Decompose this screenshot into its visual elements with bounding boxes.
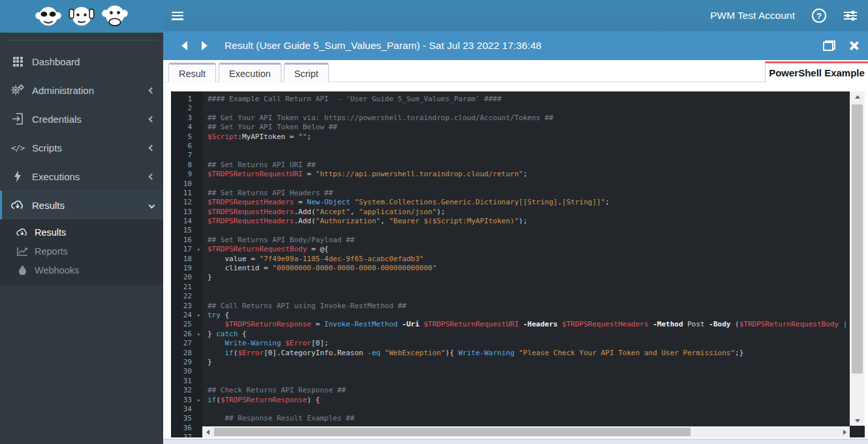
horizontal-scrollbar-thumb[interactable] <box>214 428 690 436</box>
chevron-left-icon <box>149 87 155 93</box>
sidebar-item-label: Scripts <box>32 142 62 153</box>
code-line: $TRDPSReturnResponse = Invoke-RestMethod… <box>208 320 850 329</box>
cloud-download-icon <box>16 228 29 237</box>
code-line <box>208 151 850 160</box>
bolt-icon <box>10 170 25 182</box>
code-editor[interactable]: 1234567891011121314151617▾18192021222324… <box>171 91 850 437</box>
monkey-speak-no-evil-icon <box>101 5 129 28</box>
vertical-scrollbar[interactable] <box>850 91 865 437</box>
scroll-right-arrow-icon[interactable] <box>839 426 850 437</box>
code-line: Write-Warning $Error[0]; <box>208 339 850 348</box>
sliders-settings-icon[interactable] <box>843 10 858 22</box>
scrollbar-corner <box>850 426 865 437</box>
sidebar-menu: Dashboard Administration Credentials <box>0 47 163 285</box>
code-line: ## Get Your API Token via: https://power… <box>208 114 850 123</box>
code-fold-icon[interactable]: ▾ <box>197 311 200 320</box>
sidebar-item-scripts[interactable]: </> Scripts <box>0 133 163 162</box>
sidebar-item-administration[interactable]: Administration <box>0 76 163 104</box>
code-line: $TRDPSReturnRequestURI = "https://api.po… <box>208 170 850 179</box>
sign-in-icon <box>10 113 25 125</box>
sidebar-subitem-label: Reports <box>35 246 68 257</box>
account-name[interactable]: PWM Test Account <box>710 10 795 22</box>
code-line <box>208 405 850 414</box>
monkey-hear-no-evil-icon <box>67 5 96 28</box>
sidebar-subitem-label: Webhooks <box>35 265 79 276</box>
code-line: ## Set Returns API URI ## <box>208 161 850 170</box>
code-line: if($Error[0].CategoryInfo.Reason -eq "We… <box>208 349 850 358</box>
code-line: $Script:MyAPItoken = ""; <box>208 133 850 142</box>
monkey-see-no-evil-icon <box>34 5 63 28</box>
sidebar-subitem-reports[interactable]: Reports <box>0 242 163 261</box>
close-icon[interactable] <box>848 40 859 51</box>
chevron-down-icon <box>149 202 155 208</box>
code-line: ## Set Your API Token Below ## <box>208 123 850 132</box>
code-line: ## Set Returns API Body/Payload ## <box>208 236 850 245</box>
next-result-button[interactable] <box>202 41 208 50</box>
code-line <box>208 180 850 189</box>
sidebar-item-results[interactable]: Results <box>0 191 163 219</box>
gears-icon <box>10 84 25 96</box>
code-line: ## Check Returns API Response ## <box>208 386 850 395</box>
code-line: $TRDPSReturnRequestBody = @{ <box>208 245 850 254</box>
code-line <box>208 283 850 292</box>
sidebar-item-dashboard[interactable]: Dashboard <box>0 47 163 76</box>
horizontal-scrollbar[interactable] <box>202 426 850 437</box>
restore-window-icon[interactable] <box>823 40 835 51</box>
code-line <box>208 377 850 386</box>
sidebar-item-label: Dashboard <box>32 56 80 67</box>
sidebar-item-label: Credentials <box>32 114 82 125</box>
editor-gutter: 1234567891011121314151617▾18192021222324… <box>171 91 202 437</box>
code-line <box>208 367 850 376</box>
vertical-scrollbar-thumb[interactable] <box>852 104 863 373</box>
code-line: $TRDPSRequestHeaders.Add("Authorization"… <box>208 217 850 226</box>
tab-execution[interactable]: Execution <box>219 63 281 82</box>
help-icon[interactable]: ? <box>812 8 826 23</box>
code-line <box>208 104 850 113</box>
chevron-left-icon <box>149 144 155 151</box>
page-bottom-strip <box>163 439 868 444</box>
sidebar-item-credentials[interactable]: Credentials <box>0 104 163 133</box>
code-line: $TRDPSRequestHeaders.Add("Accept", "appl… <box>208 208 850 217</box>
sidebar-divider <box>5 40 158 40</box>
hamburger-menu-icon[interactable] <box>172 12 183 20</box>
scroll-left-arrow-icon[interactable] <box>202 426 213 437</box>
sidebar-item-executions[interactable]: Executions <box>0 162 163 191</box>
sidebar-subitem-results[interactable]: Results <box>0 223 163 242</box>
tab-script[interactable]: Script <box>284 63 329 82</box>
app-logo[interactable] <box>0 0 163 33</box>
code-fold-icon[interactable]: ▾ <box>197 330 200 339</box>
code-line <box>208 142 850 151</box>
results-submenu: Results Reports Webhooks <box>0 219 163 285</box>
sidebar-item-label: Administration <box>32 85 94 96</box>
tab-powershell-example[interactable]: PowerShell Example <box>765 61 868 83</box>
tab-result[interactable]: Result <box>168 63 216 82</box>
previous-result-button[interactable] <box>181 41 187 50</box>
sidebar-subitem-webhooks[interactable]: Webhooks <box>0 261 163 279</box>
chevron-left-icon <box>149 116 155 122</box>
code-line: } catch { <box>208 330 850 339</box>
code-line: ## Set Returns API Headers ## <box>208 189 850 198</box>
code-fold-icon[interactable]: ▾ <box>197 396 200 405</box>
code-line: if($TRDPSReturnResponse) { <box>208 396 850 405</box>
code-fold-icon[interactable]: ▾ <box>197 245 200 254</box>
code-line: value = "7f49e09a-1105-4dec-9f65-acabc0e… <box>208 255 850 264</box>
code-line: $TRDPSRequestHeaders = New-Object "Syste… <box>208 198 850 207</box>
sidebar-item-label: Executions <box>32 171 80 182</box>
code-line: ## Call Returns API using Invoke-RestMet… <box>208 302 850 311</box>
code-line: clientid = "00000000-0000-0000-0000-0000… <box>208 264 850 273</box>
scroll-up-arrow-icon[interactable] <box>850 91 865 102</box>
code-line: } <box>208 273 850 282</box>
content-pane: 1234567891011121314151617▾18192021222324… <box>163 82 868 444</box>
code-line: #### Example Call Return API - 'User Gui… <box>208 95 850 104</box>
result-window-titlebar: Result (User Guide 5_Sum_Values_Param) -… <box>163 31 868 60</box>
chevron-left-icon <box>149 173 155 180</box>
sidebar: Dashboard Administration Credentials <box>0 0 163 444</box>
code-line: ## Response Result Examples ## <box>208 414 850 423</box>
dashboard-grid-icon <box>10 57 25 67</box>
cloud-download-icon <box>10 200 25 210</box>
scroll-down-arrow-icon[interactable] <box>850 415 865 426</box>
editor-code[interactable]: #### Example Call Return API - 'User Gui… <box>202 91 850 437</box>
code-line: } <box>208 358 850 367</box>
sidebar-subitem-label: Results <box>35 227 66 238</box>
chart-line-icon <box>16 247 29 256</box>
